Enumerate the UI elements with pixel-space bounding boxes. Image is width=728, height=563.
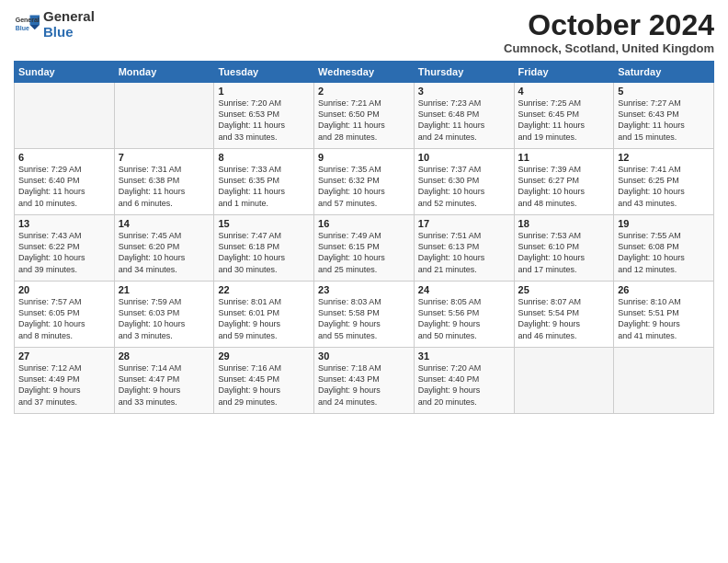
day-number: 26 bbox=[618, 284, 710, 295]
header-cell-saturday: Saturday bbox=[614, 62, 714, 83]
day-number: 24 bbox=[418, 284, 510, 295]
logo: General Blue General Blue bbox=[14, 9, 95, 40]
day-number: 13 bbox=[18, 218, 110, 229]
day-cell: 19Sunrise: 7:55 AM Sunset: 6:08 PM Dayli… bbox=[614, 215, 714, 282]
day-cell: 5Sunrise: 7:27 AM Sunset: 6:43 PM Daylig… bbox=[614, 83, 714, 149]
day-number: 20 bbox=[18, 284, 110, 295]
day-number: 1 bbox=[218, 86, 310, 97]
day-cell: 15Sunrise: 7:47 AM Sunset: 6:18 PM Dayli… bbox=[214, 215, 314, 282]
svg-marker-1 bbox=[30, 25, 40, 29]
day-cell: 2Sunrise: 7:21 AM Sunset: 6:50 PM Daylig… bbox=[314, 83, 415, 149]
day-info: Sunrise: 7:23 AM Sunset: 6:48 PM Dayligh… bbox=[418, 98, 510, 143]
day-cell: 26Sunrise: 8:10 AM Sunset: 5:51 PM Dayli… bbox=[614, 282, 714, 348]
day-number: 19 bbox=[618, 218, 710, 229]
day-info: Sunrise: 8:03 AM Sunset: 5:58 PM Dayligh… bbox=[318, 296, 410, 341]
day-number: 2 bbox=[318, 86, 410, 97]
day-cell: 12Sunrise: 7:41 AM Sunset: 6:25 PM Dayli… bbox=[614, 149, 714, 215]
day-cell: 1Sunrise: 7:20 AM Sunset: 6:53 PM Daylig… bbox=[214, 83, 314, 149]
day-info: Sunrise: 7:47 AM Sunset: 6:18 PM Dayligh… bbox=[218, 230, 310, 275]
day-info: Sunrise: 7:41 AM Sunset: 6:25 PM Dayligh… bbox=[618, 164, 710, 209]
day-cell: 20Sunrise: 7:57 AM Sunset: 6:05 PM Dayli… bbox=[15, 282, 115, 348]
day-cell: 21Sunrise: 7:59 AM Sunset: 6:03 PM Dayli… bbox=[114, 282, 214, 348]
month-title: October 2024 bbox=[504, 9, 714, 41]
calendar-table: SundayMondayTuesdayWednesdayThursdayFrid… bbox=[14, 61, 714, 414]
day-cell: 9Sunrise: 7:35 AM Sunset: 6:32 PM Daylig… bbox=[314, 149, 415, 215]
day-info: Sunrise: 7:43 AM Sunset: 6:22 PM Dayligh… bbox=[18, 230, 110, 275]
day-number: 8 bbox=[218, 152, 310, 163]
day-cell: 10Sunrise: 7:37 AM Sunset: 6:30 PM Dayli… bbox=[414, 149, 514, 215]
day-info: Sunrise: 7:39 AM Sunset: 6:27 PM Dayligh… bbox=[518, 164, 610, 209]
day-info: Sunrise: 7:29 AM Sunset: 6:40 PM Dayligh… bbox=[18, 164, 110, 209]
day-number: 15 bbox=[218, 218, 310, 229]
day-number: 21 bbox=[119, 284, 210, 295]
logo-text: General Blue bbox=[43, 9, 95, 40]
day-cell: 17Sunrise: 7:51 AM Sunset: 6:13 PM Dayli… bbox=[414, 215, 514, 282]
svg-text:Blue: Blue bbox=[16, 25, 29, 31]
day-number: 17 bbox=[418, 218, 510, 229]
day-info: Sunrise: 7:25 AM Sunset: 6:45 PM Dayligh… bbox=[518, 98, 610, 143]
day-cell: 11Sunrise: 7:39 AM Sunset: 6:27 PM Dayli… bbox=[514, 149, 614, 215]
header-cell-wednesday: Wednesday bbox=[314, 62, 415, 83]
day-number: 31 bbox=[418, 350, 510, 362]
week-row-4: 20Sunrise: 7:57 AM Sunset: 6:05 PM Dayli… bbox=[15, 282, 714, 348]
day-number: 5 bbox=[618, 86, 710, 97]
day-info: Sunrise: 7:35 AM Sunset: 6:32 PM Dayligh… bbox=[318, 164, 410, 209]
day-number: 28 bbox=[119, 350, 210, 362]
day-cell: 16Sunrise: 7:49 AM Sunset: 6:15 PM Dayli… bbox=[314, 215, 415, 282]
day-number: 23 bbox=[318, 284, 410, 295]
day-info: Sunrise: 7:45 AM Sunset: 6:20 PM Dayligh… bbox=[119, 230, 210, 275]
day-cell bbox=[514, 348, 614, 414]
day-info: Sunrise: 7:16 AM Sunset: 4:45 PM Dayligh… bbox=[218, 362, 310, 408]
header-cell-monday: Monday bbox=[114, 62, 214, 83]
day-number: 30 bbox=[318, 350, 410, 362]
header-cell-tuesday: Tuesday bbox=[214, 62, 314, 83]
logo-icon: General Blue bbox=[14, 12, 40, 38]
day-info: Sunrise: 7:21 AM Sunset: 6:50 PM Dayligh… bbox=[318, 98, 410, 143]
day-info: Sunrise: 7:14 AM Sunset: 4:47 PM Dayligh… bbox=[119, 362, 210, 408]
logo-general-text: General bbox=[43, 9, 95, 25]
day-info: Sunrise: 8:01 AM Sunset: 6:01 PM Dayligh… bbox=[218, 296, 310, 341]
day-cell: 6Sunrise: 7:29 AM Sunset: 6:40 PM Daylig… bbox=[15, 149, 115, 215]
day-info: Sunrise: 7:37 AM Sunset: 6:30 PM Dayligh… bbox=[418, 164, 510, 209]
day-cell bbox=[114, 83, 214, 149]
day-cell: 30Sunrise: 7:18 AM Sunset: 4:43 PM Dayli… bbox=[314, 348, 415, 414]
header-cell-friday: Friday bbox=[514, 62, 614, 83]
day-info: Sunrise: 7:33 AM Sunset: 6:35 PM Dayligh… bbox=[218, 164, 310, 209]
day-info: Sunrise: 7:18 AM Sunset: 4:43 PM Dayligh… bbox=[318, 362, 410, 408]
day-cell: 3Sunrise: 7:23 AM Sunset: 6:48 PM Daylig… bbox=[414, 83, 514, 149]
header-cell-thursday: Thursday bbox=[414, 62, 514, 83]
day-number: 10 bbox=[418, 152, 510, 163]
day-cell: 25Sunrise: 8:07 AM Sunset: 5:54 PM Dayli… bbox=[514, 282, 614, 348]
day-info: Sunrise: 8:10 AM Sunset: 5:51 PM Dayligh… bbox=[618, 296, 710, 341]
week-row-1: 1Sunrise: 7:20 AM Sunset: 6:53 PM Daylig… bbox=[15, 83, 714, 149]
day-number: 22 bbox=[218, 284, 310, 295]
day-number: 11 bbox=[518, 152, 610, 163]
svg-text:General: General bbox=[16, 17, 40, 23]
day-number: 7 bbox=[119, 152, 210, 163]
day-number: 9 bbox=[318, 152, 410, 163]
header-row: SundayMondayTuesdayWednesdayThursdayFrid… bbox=[15, 62, 714, 83]
day-info: Sunrise: 8:07 AM Sunset: 5:54 PM Dayligh… bbox=[518, 296, 610, 341]
day-cell: 8Sunrise: 7:33 AM Sunset: 6:35 PM Daylig… bbox=[214, 149, 314, 215]
day-cell: 29Sunrise: 7:16 AM Sunset: 4:45 PM Dayli… bbox=[214, 348, 314, 414]
day-cell: 14Sunrise: 7:45 AM Sunset: 6:20 PM Dayli… bbox=[114, 215, 214, 282]
day-info: Sunrise: 7:12 AM Sunset: 4:49 PM Dayligh… bbox=[18, 362, 110, 408]
day-number: 18 bbox=[518, 218, 610, 229]
day-cell: 24Sunrise: 8:05 AM Sunset: 5:56 PM Dayli… bbox=[414, 282, 514, 348]
day-cell: 23Sunrise: 8:03 AM Sunset: 5:58 PM Dayli… bbox=[314, 282, 415, 348]
day-cell: 4Sunrise: 7:25 AM Sunset: 6:45 PM Daylig… bbox=[514, 83, 614, 149]
day-info: Sunrise: 7:55 AM Sunset: 6:08 PM Dayligh… bbox=[618, 230, 710, 275]
week-row-3: 13Sunrise: 7:43 AM Sunset: 6:22 PM Dayli… bbox=[15, 215, 714, 282]
day-number: 14 bbox=[119, 218, 210, 229]
day-number: 6 bbox=[18, 152, 110, 163]
day-info: Sunrise: 7:51 AM Sunset: 6:13 PM Dayligh… bbox=[418, 230, 510, 275]
title-block: October 2024 Cumnock, Scotland, United K… bbox=[504, 9, 714, 55]
day-info: Sunrise: 7:20 AM Sunset: 6:53 PM Dayligh… bbox=[218, 98, 310, 143]
day-number: 3 bbox=[418, 86, 510, 97]
header-cell-sunday: Sunday bbox=[15, 62, 115, 83]
day-cell: 28Sunrise: 7:14 AM Sunset: 4:47 PM Dayli… bbox=[114, 348, 214, 414]
header: General Blue General Blue October 2024 C… bbox=[14, 9, 714, 55]
day-info: Sunrise: 7:53 AM Sunset: 6:10 PM Dayligh… bbox=[518, 230, 610, 275]
day-info: Sunrise: 7:31 AM Sunset: 6:38 PM Dayligh… bbox=[119, 164, 210, 209]
location: Cumnock, Scotland, United Kingdom bbox=[504, 41, 714, 55]
